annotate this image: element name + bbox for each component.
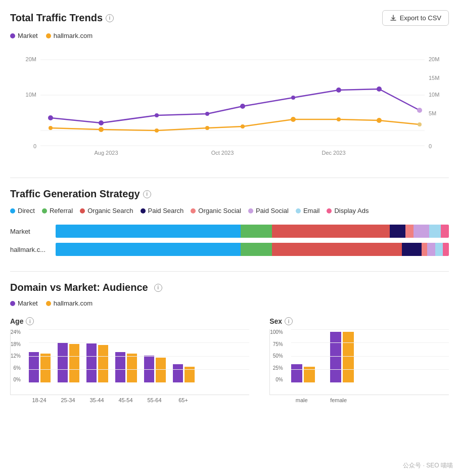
organic-social-dot [191, 208, 196, 213]
audience-market-dot [10, 301, 15, 306]
age-chart-wrapper: Age i 24% 18% 12% 6% 0% [10, 317, 249, 403]
audience-title: Domain vs Market: Audience [10, 282, 148, 293]
y-0: 0% [14, 377, 21, 382]
y-24: 24% [11, 329, 21, 335]
svg-text:10M: 10M [26, 92, 36, 98]
audience-charts-container: Age i 24% 18% 12% 6% 0% [10, 317, 449, 403]
bar-market-45-54 [115, 352, 125, 382]
tg-legend-email: Email [296, 207, 320, 214]
svg-point-25 [417, 108, 422, 113]
sy-50: 50% [273, 353, 283, 359]
hallmark-dot [46, 33, 51, 38]
export-icon [390, 15, 397, 22]
display-ads-dot [327, 208, 332, 213]
audience-hallmark-dot [46, 301, 51, 306]
bar-domain-65plus [185, 367, 195, 382]
x-18-24: 18-24 [28, 397, 50, 403]
direct-dot [10, 208, 15, 213]
svg-text:Dec 2023: Dec 2023 [322, 150, 345, 156]
paid-search-dot [141, 208, 146, 213]
svg-text:15M: 15M [429, 75, 439, 81]
svg-point-26 [49, 126, 53, 130]
x-65plus: 65+ [172, 397, 194, 403]
age-group-45-54 [115, 352, 137, 382]
bar-domain-18-24 [40, 354, 51, 382]
divider-2 [10, 271, 449, 272]
tg-legend-display-ads: Display Ads [327, 207, 369, 214]
audience-hallmark-label: hallmark.com [54, 299, 93, 307]
sex-group-female [330, 332, 354, 382]
bar-market-18-24 [29, 352, 39, 382]
traffic-svg: Domain Traffic Market Traffic 20M 10M 0 … [10, 45, 445, 161]
svg-point-28 [155, 128, 159, 133]
market-dot [10, 33, 15, 38]
sex-label: Sex [269, 317, 282, 325]
sex-info-icon[interactable]: i [285, 317, 293, 325]
svg-point-19 [155, 113, 159, 117]
age-x-labels: 18-24 25-34 35-44 45-54 55-64 65+ [10, 397, 249, 403]
sex-x-labels: male female [269, 397, 449, 403]
sy-25: 25% [273, 365, 283, 371]
svg-point-24 [377, 86, 382, 92]
hallmark-email-seg [435, 243, 443, 256]
tg-legend-referral: Referral [42, 207, 73, 214]
hallmark-display-ads-seg [443, 243, 449, 256]
tg-legend-direct: Direct [10, 207, 35, 214]
sy-0: 0% [276, 377, 283, 382]
sex-y-axis: 100% 75% 50% 25% 0% [270, 329, 285, 382]
svg-point-34 [418, 122, 422, 126]
export-csv-button[interactable]: Export to CSV [382, 10, 449, 26]
bar-market-female [330, 332, 341, 382]
x-55-64: 55-64 [144, 397, 165, 403]
x-35-44: 35-44 [86, 397, 108, 403]
tg-info-icon[interactable]: i [143, 190, 151, 198]
svg-point-21 [240, 104, 245, 109]
age-bar-chart: 24% 18% 12% 6% 0% [10, 329, 249, 403]
section-header: Total Traffic Trends i Export to CSV [10, 10, 449, 26]
audience-legend-hallmark: hallmark.com [46, 299, 93, 307]
sy-100: 100% [270, 329, 283, 335]
age-group-25-34 [58, 342, 79, 382]
bar-market-65plus [173, 364, 183, 382]
traffic-line-chart: Domain Traffic Market Traffic 20M 10M 0 … [10, 45, 449, 162]
svg-text:Oct 2023: Oct 2023 [211, 150, 234, 156]
age-group-18-24 [29, 352, 51, 382]
svg-point-33 [377, 118, 382, 123]
hallmark-paid-social-seg [427, 243, 435, 256]
age-bars-inner: 24% 18% 12% 6% 0% [10, 329, 249, 395]
tg-legend-paid-social: Paid Social [248, 207, 289, 214]
traffic-generation-section: Traffic Generation Strategy i Direct Ref… [10, 188, 449, 256]
hallmark-organic-search-seg [272, 243, 402, 256]
tg-organic-social-label: Organic Social [198, 207, 241, 214]
market-bar-row: Market [10, 225, 449, 238]
age-group-65plus [173, 364, 195, 382]
tg-display-ads-label: Display Ads [334, 207, 369, 214]
tg-paid-search-label: Paid Search [148, 207, 184, 214]
market-display-ads-seg [441, 225, 449, 238]
tg-organic-search-label: Organic Search [87, 207, 133, 214]
market-email-seg [429, 225, 441, 238]
svg-point-27 [99, 127, 104, 132]
organic-search-dot [80, 208, 85, 213]
tg-legend-organic-social: Organic Social [191, 207, 241, 214]
bar-domain-25-34 [69, 344, 79, 382]
sy-75: 75% [273, 341, 283, 347]
svg-text:0: 0 [33, 143, 36, 149]
bar-domain-45-54 [127, 354, 137, 382]
sex-group-male [291, 364, 315, 382]
age-group-55-64 [144, 356, 166, 382]
svg-text:Aug 2023: Aug 2023 [94, 150, 118, 156]
age-info-icon[interactable]: i [26, 317, 34, 325]
audience-info-icon[interactable]: i [154, 284, 162, 292]
sex-chart-wrapper: Sex i 100% 75% 50% 25% 0% [269, 317, 449, 403]
svg-point-18 [99, 120, 104, 125]
export-label: Export to CSV [400, 14, 441, 22]
svg-text:20M: 20M [429, 56, 439, 62]
svg-text:5M: 5M [429, 110, 436, 116]
svg-point-32 [337, 117, 341, 121]
x-45-54: 45-54 [115, 397, 136, 403]
svg-text:0: 0 [429, 143, 432, 149]
bar-market-male [291, 364, 302, 382]
hallmark-referral-seg [241, 243, 272, 256]
total-traffic-info-icon[interactable]: i [106, 14, 114, 22]
